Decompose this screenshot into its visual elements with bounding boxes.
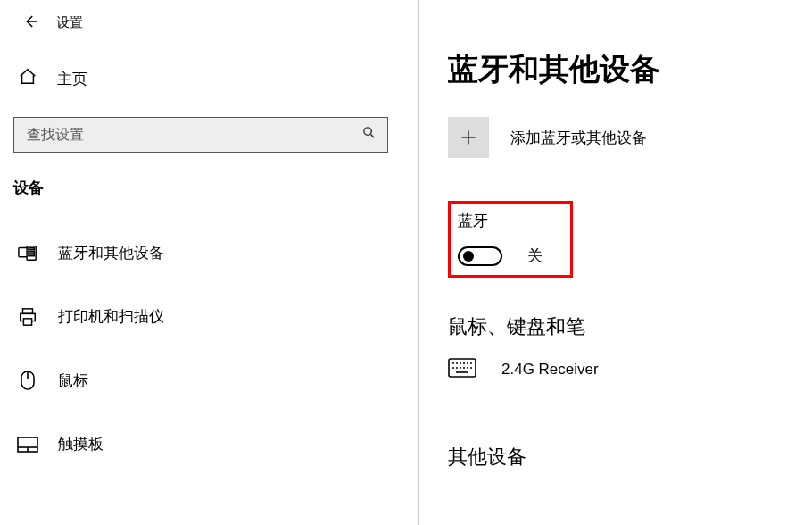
page-title: 蓝牙和其他设备 xyxy=(448,49,812,90)
search-input[interactable] xyxy=(25,126,361,144)
plus-icon[interactable] xyxy=(448,117,489,158)
bluetooth-state: 关 xyxy=(527,246,543,266)
devices-icon xyxy=(17,245,38,262)
sidebar-item-touchpad[interactable]: 触摸板 xyxy=(13,425,405,463)
section-mouse-keyboard: 鼠标、键盘和笔 xyxy=(448,313,812,340)
bluetooth-highlight-box: 蓝牙 关 xyxy=(448,201,573,278)
sidebar-item-bluetooth[interactable]: 蓝牙和其他设备 xyxy=(13,234,405,272)
mouse-icon xyxy=(17,370,38,391)
svg-line-2 xyxy=(371,135,375,138)
device-label: 2.4G Receiver xyxy=(501,361,599,379)
sidebar-item-mouse[interactable]: 鼠标 xyxy=(13,361,405,400)
sidebar-item-printers[interactable]: 打印机和扫描仪 xyxy=(13,297,405,336)
sidebar-category: 设备 xyxy=(13,178,405,198)
touchpad-icon xyxy=(17,437,38,453)
bluetooth-toggle-row: 关 xyxy=(458,246,563,266)
svg-point-1 xyxy=(364,128,372,136)
settings-window: 设置 主页 设备 xyxy=(0,0,812,525)
sidebar-item-label: 打印机和扫描仪 xyxy=(58,306,164,327)
add-device-label: 添加蓝牙或其他设备 xyxy=(510,128,647,148)
sidebar: 设置 主页 设备 xyxy=(0,0,419,525)
bluetooth-label: 蓝牙 xyxy=(458,211,563,231)
section-other-devices: 其他设备 xyxy=(448,444,812,471)
toggle-knob xyxy=(463,251,474,262)
home-label: 主页 xyxy=(57,69,87,89)
bluetooth-toggle[interactable] xyxy=(458,246,502,266)
svg-rect-10 xyxy=(23,318,31,324)
add-device-row[interactable]: 添加蓝牙或其他设备 xyxy=(448,117,812,158)
keyboard-icon xyxy=(448,358,476,381)
sidebar-item-label: 鼠标 xyxy=(58,371,88,391)
main-panel: 蓝牙和其他设备 添加蓝牙或其他设备 蓝牙 关 鼠标、键盘和笔 xyxy=(419,0,812,525)
device-row[interactable]: 2.4G Receiver xyxy=(448,358,812,381)
sidebar-item-label: 蓝牙和其他设备 xyxy=(58,243,164,263)
svg-rect-8 xyxy=(23,308,33,313)
back-icon[interactable] xyxy=(22,13,38,32)
home-icon xyxy=(18,67,37,90)
printer-icon xyxy=(17,307,38,327)
sidebar-item-label: 触摸板 xyxy=(58,434,104,454)
search-icon[interactable] xyxy=(361,125,377,145)
sidebar-nav: 蓝牙和其他设备 打印机和扫描仪 xyxy=(13,234,405,463)
window-title: 设置 xyxy=(56,14,83,31)
home-nav[interactable]: 主页 xyxy=(13,67,405,90)
search-box[interactable] xyxy=(13,117,388,153)
titlebar: 设置 xyxy=(13,0,405,45)
